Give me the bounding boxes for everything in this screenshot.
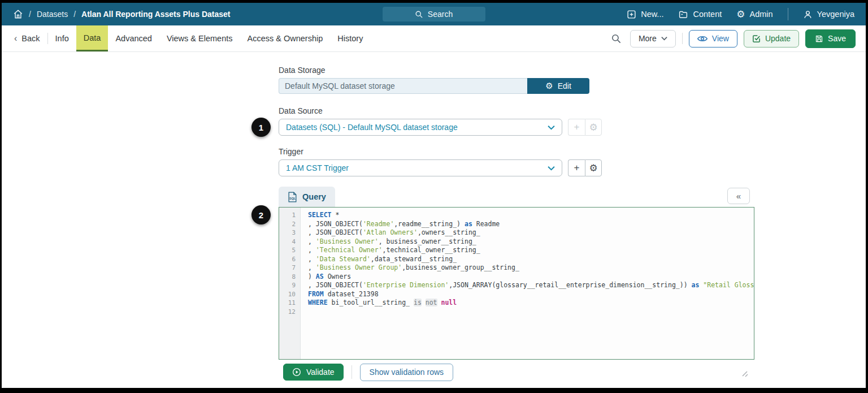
add-data-source-button: +	[568, 119, 585, 136]
sql-line[interactable]: SELECT *	[308, 211, 754, 220]
sql-token-str: "Retail Glossary"	[703, 281, 754, 289]
line-number: 10	[279, 290, 300, 299]
chevron-down-icon	[548, 166, 555, 171]
data-storage-label: Data Storage	[279, 66, 866, 75]
data-source-value: Datasets (SQL) - Default MySQL dataset s…	[286, 123, 548, 132]
line-number: 6	[279, 255, 300, 264]
trigger-action-buttons: + ⚙	[568, 159, 602, 176]
sql-line[interactable]	[308, 308, 754, 317]
sql-editor[interactable]: 123456789101112 SELECT *, JSON_OBJECT('R…	[279, 207, 754, 360]
toolbar-tabs: ‹ Back Info Data Advanced Views & Elemen…	[12, 25, 370, 51]
sql-line[interactable]: , JSON_OBJECT('Readme',readme__string_) …	[308, 220, 754, 229]
sql-line[interactable]: , 'Data Steward',data_steward__string_	[308, 255, 754, 264]
tab-advanced[interactable]: Advanced	[108, 25, 159, 51]
sql-token-str: 'Readme'	[363, 220, 394, 228]
sql-token-kw: AS	[316, 273, 324, 280]
tab-info[interactable]: Info	[48, 25, 76, 51]
sql-token-kw: as	[692, 281, 700, 289]
sql-token-id: ,	[308, 237, 316, 245]
line-number: 2	[279, 220, 300, 229]
data-source-select[interactable]: Datasets (SQL) - Default MySQL dataset s…	[279, 119, 562, 136]
sql-token-id: dataset_21398	[324, 290, 379, 298]
breadcrumb-separator: /	[29, 10, 31, 19]
save-floppy-icon	[815, 34, 823, 43]
screenshot-frame: / Datasets / Atlan All Reporting Assets …	[0, 0, 868, 393]
editor-code[interactable]: SELECT *, JSON_OBJECT('Readme',readme__s…	[301, 208, 754, 359]
search-label: Search	[428, 10, 453, 19]
back-label: Back	[21, 34, 40, 43]
sql-token-id: Owners	[324, 273, 351, 280]
footer-divider	[351, 365, 352, 379]
line-number: 3	[279, 228, 300, 237]
more-button[interactable]: More	[630, 30, 676, 47]
toolbar-actions: More View Update	[611, 25, 856, 51]
tab-views-elements[interactable]: Views & Elements	[159, 25, 240, 51]
sql-line[interactable]: , JSON_OBJECT('Enterprise Dimension',JSO…	[308, 281, 754, 290]
toolbar-search-icon[interactable]	[611, 33, 622, 44]
user-menu-button[interactable]: Yevgeniya	[803, 10, 854, 19]
sql-token-str: 'Data Steward'	[316, 255, 371, 263]
sql-token-id: Readme	[472, 220, 500, 228]
data-source-section: Data Source 1 Datasets (SQL) - Default M…	[279, 106, 866, 136]
sql-line[interactable]: , 'Technical Owner',technical_owner__str…	[308, 246, 754, 255]
query-footer: Validate Show validation rows	[279, 360, 754, 385]
sql-token-id: ,	[308, 264, 316, 271]
view-button[interactable]: View	[689, 30, 737, 47]
back-button[interactable]: ‹ Back	[12, 25, 47, 51]
sql-token-id: ,owners__string_	[418, 228, 480, 236]
admin-button[interactable]: ⚙ Admin	[736, 10, 772, 19]
trigger-label: Trigger	[279, 147, 866, 156]
edit-storage-button[interactable]: ⚙ Edit	[527, 78, 589, 94]
line-number: 9	[279, 281, 300, 290]
checkbox-check-icon	[752, 34, 761, 43]
sql-token-op: is	[414, 299, 422, 306]
tab-label: History	[337, 34, 363, 43]
user-name-label: Yevgeniya	[817, 10, 854, 19]
sql-token-id: , JSON_OBJECT(	[308, 228, 363, 236]
sql-line[interactable]: WHERE bi_tool_url__string_ is not null	[308, 299, 754, 308]
svg-text:SQL: SQL	[289, 197, 296, 200]
folder-icon	[678, 10, 688, 19]
global-search-button[interactable]: Search	[383, 7, 485, 21]
view-label: View	[712, 34, 729, 43]
sql-line[interactable]: , 'Business Owner Group',business_owner_…	[308, 264, 754, 273]
data-storage-section: Data Storage Default MySQL dataset stora…	[279, 66, 866, 94]
tab-data[interactable]: Data	[76, 25, 108, 51]
update-button[interactable]: Update	[744, 30, 799, 47]
data-storage-value: Default MySQL dataset storage	[285, 81, 395, 90]
editor-gutter: 123456789101112	[279, 208, 301, 359]
sql-token-null: null	[441, 299, 457, 306]
sql-token-id: , JSON_OBJECT(	[308, 220, 363, 228]
chevron-left-icon: ‹	[14, 33, 17, 44]
tab-history[interactable]: History	[330, 25, 370, 51]
collapse-panel-button[interactable]: «	[727, 188, 750, 204]
tab-access-ownership[interactable]: Access & Ownership	[240, 25, 331, 51]
sql-token-str: 'Technical Owner'	[316, 246, 383, 254]
validate-button[interactable]: Validate	[283, 364, 344, 381]
trigger-select[interactable]: 1 AM CST Trigger	[279, 159, 562, 176]
sql-line[interactable]: FROM dataset_21398	[308, 290, 754, 299]
line-number: 5	[279, 246, 300, 255]
eye-icon	[697, 35, 708, 42]
trigger-settings-button[interactable]: ⚙	[585, 159, 602, 176]
sql-line[interactable]: , 'Business Owner', business_owner__stri…	[308, 237, 754, 247]
sql-token-kw: FROM	[308, 290, 324, 298]
resize-handle-icon[interactable]	[741, 370, 749, 378]
show-validation-rows-button[interactable]: Show validation rows	[360, 364, 454, 381]
content-button[interactable]: Content	[678, 10, 722, 19]
sql-token-id: ,data_steward__string_	[371, 255, 457, 263]
sql-token-id: ,	[308, 255, 316, 263]
sql-line[interactable]: ) AS Owners	[308, 273, 754, 282]
home-icon[interactable]	[13, 9, 23, 19]
tab-label: Advanced	[115, 34, 152, 43]
save-button[interactable]: Save	[805, 29, 856, 48]
sql-line[interactable]: , JSON_OBJECT('Atlan Owners',owners__str…	[308, 228, 754, 237]
plus-square-icon	[627, 10, 636, 19]
query-tab[interactable]: SQL Query	[279, 187, 335, 207]
new-button[interactable]: New...	[627, 10, 663, 19]
user-icon	[803, 10, 813, 19]
sql-token-kw: as	[465, 220, 472, 228]
add-trigger-button[interactable]: +	[568, 159, 585, 176]
breadcrumb-datasets-link[interactable]: Datasets	[37, 10, 68, 19]
sql-token-str: 'Atlan Owners'	[363, 228, 418, 236]
